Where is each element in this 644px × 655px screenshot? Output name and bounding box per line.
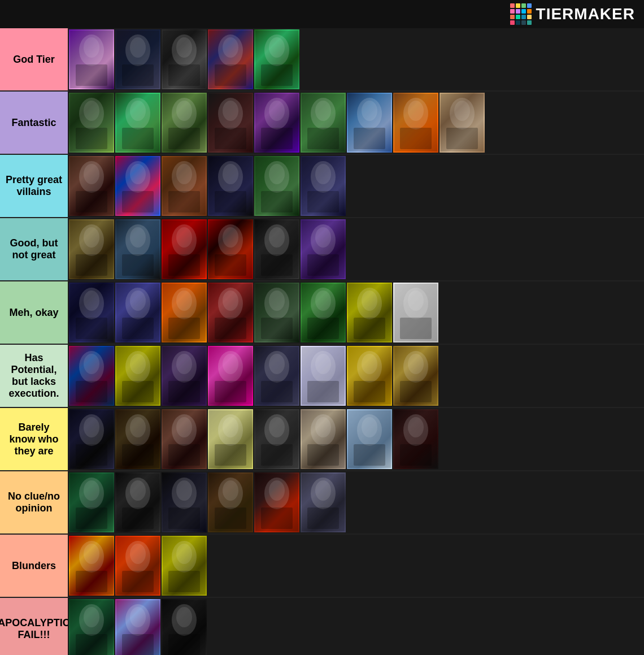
card-inner-croc	[254, 156, 299, 216]
card-coldsnap[interactable]	[347, 93, 392, 153]
card-v6[interactable]	[115, 283, 160, 342]
card-swampthing[interactable]	[69, 93, 114, 153]
card-skull[interactable]	[254, 219, 299, 279]
card-v25[interactable]	[115, 536, 160, 596]
card-cape[interactable]	[393, 346, 438, 406]
logo-cell	[521, 3, 526, 8]
card-inner-v26	[162, 536, 207, 596]
card-snowcity[interactable]	[347, 409, 392, 469]
card-v28[interactable]	[115, 599, 160, 655]
card-v7[interactable]	[162, 283, 207, 342]
svg-rect-126	[307, 318, 339, 339]
card-v21[interactable]	[115, 472, 160, 532]
card-v14[interactable]	[162, 346, 207, 406]
svg-rect-18	[261, 64, 293, 86]
svg-rect-70	[215, 191, 246, 212]
card-bald[interactable]	[440, 93, 485, 153]
card-twins[interactable]	[301, 346, 346, 406]
card-v23[interactable]	[208, 472, 253, 532]
card-darkbeast[interactable]	[393, 409, 438, 469]
svg-rect-10	[168, 64, 200, 86]
card-v11[interactable]	[347, 283, 392, 342]
card-v27[interactable]	[69, 599, 114, 655]
card-poisonivy[interactable]	[115, 93, 160, 153]
card-penguin[interactable]	[301, 156, 346, 216]
svg-point-87	[130, 227, 146, 248]
svg-rect-174	[122, 444, 154, 466]
card-v18[interactable]	[115, 409, 160, 469]
card-batman_t[interactable]	[115, 29, 160, 89]
card-v19[interactable]	[162, 409, 207, 469]
card-v26[interactable]	[162, 536, 207, 596]
card-croc[interactable]	[254, 156, 299, 216]
tier-container: God Tier Fantastic	[0, 28, 644, 655]
svg-point-59	[84, 164, 99, 184]
svg-point-19	[269, 37, 285, 58]
card-woman[interactable]	[393, 283, 438, 342]
card-gunman2[interactable]	[301, 472, 346, 532]
card-ninja[interactable]	[162, 599, 207, 655]
card-inner-twoface	[208, 29, 253, 89]
card-v13[interactable]	[115, 346, 160, 406]
card-v3[interactable]	[115, 219, 160, 279]
card-inner-gunman	[301, 409, 346, 469]
card-twoface[interactable]	[208, 29, 253, 89]
card-skeleton[interactable]	[208, 409, 253, 469]
card-v22[interactable]	[162, 472, 207, 532]
card-v24[interactable]	[69, 536, 114, 596]
card-inner-hatter	[254, 93, 299, 153]
page-wrapper: TiERMAKER God Tier Fan	[0, 0, 644, 655]
card-v9[interactable]	[254, 283, 299, 342]
svg-point-147	[176, 354, 192, 374]
card-train2[interactable]	[254, 472, 299, 532]
card-clayface[interactable]	[162, 156, 207, 216]
card-v1[interactable]	[69, 156, 114, 216]
card-riddler[interactable]	[254, 29, 299, 89]
tier-label-prettygreat: Pretty great villains	[0, 155, 68, 217]
card-inner-cape	[393, 346, 438, 406]
card-v2[interactable]	[69, 219, 114, 279]
svg-point-43	[315, 101, 331, 121]
card-hatter[interactable]	[254, 93, 299, 153]
card-v5[interactable]	[69, 283, 114, 342]
card-v4[interactable]	[208, 219, 253, 279]
card-inner-v13	[115, 346, 160, 406]
logo-area: TiERMAKER	[510, 3, 635, 25]
card-joker[interactable]	[69, 29, 114, 89]
card-v8[interactable]	[208, 283, 253, 342]
svg-rect-242	[122, 634, 154, 655]
card-catwoman[interactable]	[162, 29, 207, 89]
svg-rect-62	[122, 191, 154, 212]
svg-point-131	[362, 290, 377, 311]
card-redskull[interactable]	[162, 219, 207, 279]
card-explode[interactable]	[393, 93, 438, 153]
card-v16[interactable]	[254, 346, 299, 406]
logo-cell	[516, 9, 520, 14]
card-turtles[interactable]	[301, 93, 346, 153]
card-batman2[interactable]	[208, 156, 253, 216]
card-solomon[interactable]	[162, 93, 207, 153]
svg-point-167	[408, 354, 424, 374]
svg-rect-158	[307, 381, 339, 402]
card-v20[interactable]	[69, 472, 114, 532]
svg-point-227	[84, 544, 99, 564]
card-inner-v16	[254, 346, 299, 406]
svg-rect-14	[215, 64, 246, 86]
tier-content-god	[68, 28, 644, 90]
svg-point-139	[84, 354, 99, 374]
card-gunman[interactable]	[301, 409, 346, 469]
svg-point-231	[130, 544, 146, 564]
card-train[interactable]	[301, 219, 346, 279]
card-suits[interactable]	[254, 409, 299, 469]
svg-point-247	[176, 607, 192, 627]
card-bane[interactable]	[208, 93, 253, 153]
card-v12[interactable]	[69, 346, 114, 406]
card-inner-muscle	[347, 346, 392, 406]
card-v15[interactable]	[208, 346, 253, 406]
card-harley[interactable]	[115, 156, 160, 216]
card-v10[interactable]	[301, 283, 346, 342]
card-muscle[interactable]	[347, 346, 392, 406]
card-inner-harley	[115, 156, 160, 216]
card-v17[interactable]	[69, 409, 114, 469]
card-inner-suits	[254, 409, 299, 469]
